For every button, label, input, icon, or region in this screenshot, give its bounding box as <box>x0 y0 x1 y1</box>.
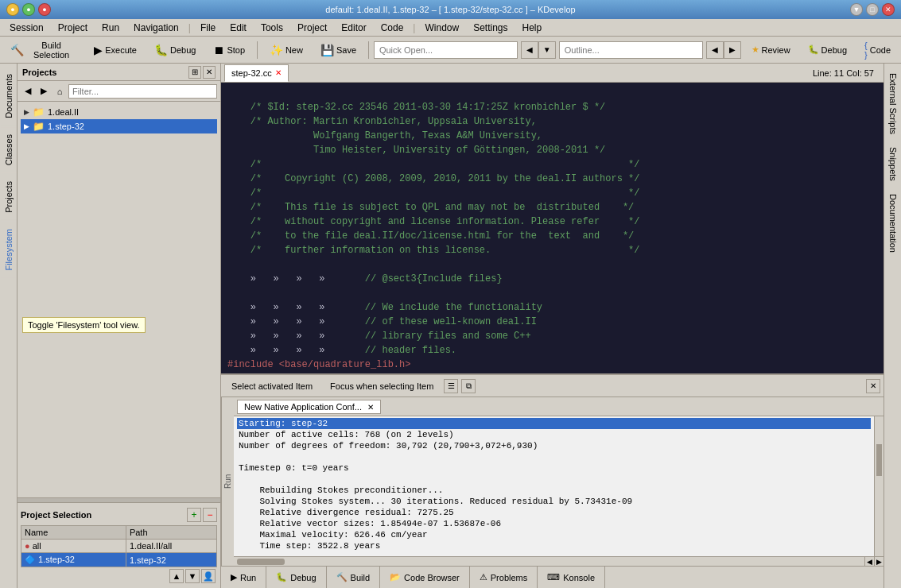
outline-input[interactable] <box>559 41 703 59</box>
table-row[interactable]: ● all 1.deal.II/all <box>21 540 217 553</box>
menu-session[interactable]: Session <box>3 21 50 35</box>
footer-tab-problems[interactable]: ⚠ Problems <box>470 567 538 589</box>
review-button[interactable]: ★ Review <box>744 40 798 60</box>
code-content: /* $Id: step-32.cc 23546 2011-03-30 14:1… <box>221 83 884 373</box>
menu-editor[interactable]: Editor <box>335 21 372 35</box>
execute-button[interactable]: ▶ Execute <box>87 40 144 60</box>
add-project-button[interactable]: + <box>187 508 201 522</box>
build-selection-button[interactable]: 🔨 Build Selection <box>3 40 83 60</box>
minimize-button[interactable]: ● <box>6 3 19 16</box>
project-selection-bottom: ▲ ▼ 👤 <box>21 567 217 585</box>
table-row[interactable]: 🔷 1.step-32 1.step-32 <box>21 553 217 567</box>
build-footer-label: Build <box>351 573 370 582</box>
projects-fwd-button[interactable]: ▶ <box>37 84 51 99</box>
restore-button[interactable]: ● <box>22 3 35 16</box>
footer-tab-run[interactable]: ▶ Run <box>221 567 266 589</box>
run-scrollbar[interactable] <box>874 416 884 556</box>
build-selection-label: Build Selection <box>26 41 76 60</box>
menu-navigation[interactable]: Navigation <box>127 21 185 35</box>
run-line <box>237 474 871 485</box>
sidebar-item-external-scripts[interactable]: External Scripts <box>886 67 900 141</box>
footer-tab-konsole[interactable]: ⌨ Konsole <box>538 567 605 589</box>
row-icon-all: ● <box>25 541 30 551</box>
code-editor[interactable]: /* $Id: step-32.cc 23546 2011-03-30 14:1… <box>221 83 884 373</box>
code-scroll-area[interactable]: /* $Id: step-32.cc 23546 2011-03-30 14:1… <box>221 83 884 373</box>
row-name-all: ● all <box>21 540 126 553</box>
sidebar-item-classes[interactable]: Classes <box>1 127 17 172</box>
run-side-label: Run <box>221 397 234 566</box>
run-line: Relative divergence residual: 7275.25 <box>237 507 871 518</box>
sidebar-item-projects[interactable]: Projects <box>1 174 17 220</box>
nav-buttons: ◀ ▼ <box>521 41 556 59</box>
run-tab-active[interactable]: New Native Application Conf... ✕ <box>237 400 381 414</box>
minimize-btn[interactable]: ▼ <box>850 3 863 16</box>
quick-open-input[interactable] <box>374 41 518 59</box>
proj-person-button[interactable]: 👤 <box>201 569 216 583</box>
sidebar-item-filesystem[interactable]: Filesystem <box>1 222 17 278</box>
title-bar-left-controls[interactable]: ● ● ● <box>6 3 51 16</box>
save-button[interactable]: 💾 Save <box>313 40 363 60</box>
menu-code[interactable]: Code <box>375 21 410 35</box>
code-icon: { } <box>864 41 868 60</box>
projects-expand-button[interactable]: ⊞ <box>188 66 201 79</box>
nav-dropdown-button[interactable]: ▼ <box>538 41 556 59</box>
run-scrollbar-thumb[interactable] <box>876 444 882 476</box>
focus-when-selecting-button[interactable]: Focus when selecting Item <box>323 379 441 393</box>
close-btn[interactable]: ✕ <box>882 3 895 16</box>
run-scrollbar-h[interactable]: ◀ ▶ <box>234 556 884 566</box>
remove-project-button[interactable]: − <box>203 508 217 522</box>
projects-home-button[interactable]: ⌂ <box>52 84 67 99</box>
tab-close-button[interactable]: ✕ <box>275 68 282 77</box>
footer-tab-code-browser[interactable]: 📂 Code Browser <box>380 567 470 589</box>
projects-close-button[interactable]: ✕ <box>203 66 216 79</box>
footer-tab-build[interactable]: 🔨 Build <box>327 567 380 589</box>
bottom-toolbar-icon2[interactable]: ⧉ <box>461 379 476 393</box>
select-activated-item-button[interactable]: Select activated Item <box>224 379 320 393</box>
menu-file[interactable]: File <box>194 21 222 35</box>
toolbar-separator1 <box>257 41 258 59</box>
menu-settings[interactable]: Settings <box>467 21 514 35</box>
proj-up-button[interactable]: ▲ <box>169 569 184 583</box>
window-title: default: 1.deal.II, 1.step-32 – [ 1.step… <box>51 5 850 14</box>
outline-fwd-button[interactable]: ▶ <box>724 41 741 59</box>
scroll-left-btn[interactable]: ◀ <box>864 557 874 567</box>
proj-down-button[interactable]: ▼ <box>185 569 200 583</box>
sidebar-item-documents[interactable]: Documents <box>1 67 17 126</box>
projects-back-button[interactable]: ◀ <box>21 84 35 99</box>
menu-edit[interactable]: Edit <box>223 21 253 35</box>
title-bar-right-controls[interactable]: ▼ □ ✕ <box>850 3 895 16</box>
sidebar-item-snippets[interactable]: Snippets <box>886 141 900 188</box>
debug-button[interactable]: 🐛 Debug <box>147 40 203 60</box>
stop-button[interactable]: ⏹ Stop <box>206 40 252 60</box>
maximize-btn[interactable]: □ <box>866 3 879 16</box>
menu-help[interactable]: Help <box>516 21 549 35</box>
bottom-panel-close-button[interactable]: ✕ <box>866 379 880 393</box>
outline-back-button[interactable]: ◀ <box>706 41 724 59</box>
code-button[interactable]: { } Code <box>857 40 898 60</box>
bottom-toolbar-icon1[interactable]: ☰ <box>444 379 458 393</box>
close-button-title[interactable]: ● <box>38 3 51 16</box>
menu-tools[interactable]: Tools <box>254 21 289 35</box>
debug2-button[interactable]: 🐛 Debug <box>801 40 854 60</box>
footer-tab-debug[interactable]: 🐛 Debug <box>266 567 326 589</box>
projects-header: Projects ⊞ ✕ <box>17 64 220 81</box>
run-line: Timestep 0: t=0 years <box>237 462 871 474</box>
tree-item-deal[interactable]: ▶ 📁 1.deal.II <box>21 105 217 119</box>
filter-input[interactable] <box>68 84 217 99</box>
run-output[interactable]: Starting: step-32 Number of active cells… <box>234 416 874 556</box>
left-sidebar-tabs: Documents Classes Projects Filesystem To… <box>0 64 17 588</box>
run-tab-close-button[interactable]: ✕ <box>367 403 374 412</box>
menu-window[interactable]: Window <box>418 21 465 35</box>
nav-back-button[interactable]: ◀ <box>521 41 538 59</box>
tree-item-step32[interactable]: ▶ 📁 1.step-32 <box>21 119 217 133</box>
menu-project2[interactable]: Project <box>291 21 333 35</box>
editor-tab-step32[interactable]: step-32.cc ✕ <box>224 64 289 82</box>
scroll-right-btn[interactable]: ▶ <box>874 557 884 567</box>
run-scrollbar-thumb-h[interactable] <box>237 559 285 565</box>
debug2-icon: 🐛 <box>808 44 819 55</box>
new-button[interactable]: ✨ New <box>262 40 310 60</box>
menu-run[interactable]: Run <box>95 21 126 35</box>
save-icon: 💾 <box>320 44 334 56</box>
menu-project[interactable]: Project <box>52 21 94 35</box>
sidebar-item-documentation[interactable]: Documentation <box>886 188 900 259</box>
